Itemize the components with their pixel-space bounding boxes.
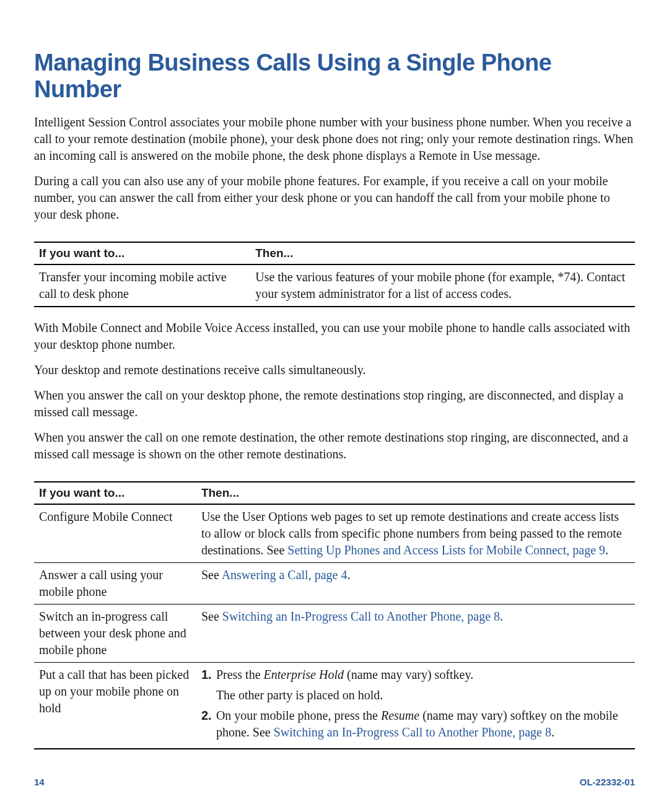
mobile-connect-table: If you want to... Then... Configure Mobi… (34, 481, 635, 749)
table-cell-action: Answer a call using your mobile phone (34, 563, 196, 605)
table-cell-action: Put a call that has been picked up on yo… (34, 663, 196, 749)
instruction-text-end: . (605, 543, 608, 557)
table-header-row: If you want to... Then... (34, 482, 635, 504)
document-id: OL-22332-01 (580, 777, 635, 787)
cross-reference-link[interactable]: Switching an In-Progress Call to Another… (222, 609, 500, 623)
step-body: On your mobile phone, press the Resume (… (216, 707, 630, 741)
step-text-end: (name may vary) softkey. (344, 668, 473, 681)
table-cell-action: Configure Mobile Connect (34, 504, 196, 563)
table-header-ifyouwantto: If you want to... (34, 242, 250, 264)
instruction-text-end: . (500, 609, 503, 623)
body-paragraph-4: Your desktop and remote destinations rec… (34, 362, 635, 378)
table-row: Configure Mobile Connect Use the User Op… (34, 504, 635, 563)
step-subtext: The other party is placed on hold. (216, 687, 630, 704)
step-text-end: . (551, 725, 554, 739)
table-cell-instruction: 1. Press the Enterprise Hold (name may v… (196, 663, 635, 749)
body-paragraph-6: When you answer the call on one remote d… (34, 429, 635, 463)
intro-paragraph-1: Intelligent Session Control associates y… (34, 114, 635, 164)
table-row: Answer a call using your mobile phone Se… (34, 563, 635, 605)
cross-reference-link[interactable]: Setting Up Phones and Access Lists for M… (287, 543, 605, 557)
cross-reference-link[interactable]: Answering a Call, page 4 (222, 568, 348, 582)
table-cell-instruction: Use the User Options web pages to set up… (196, 504, 635, 563)
table-header-ifyouwantto: If you want to... (34, 482, 196, 504)
table-cell-instruction: Use the various features of your mobile … (250, 264, 635, 307)
step-item: 1. Press the Enterprise Hold (name may v… (201, 666, 630, 704)
table-row: Put a call that has been picked up on yo… (34, 663, 635, 749)
step-number: 1. (201, 666, 216, 704)
table-cell-action: Switch an in-progress call between your … (34, 605, 196, 663)
softkey-name: Enterprise Hold (264, 668, 344, 681)
page-number: 14 (34, 777, 45, 787)
instruction-text: See (201, 609, 222, 623)
document-page: Managing Business Calls Using a Single P… (0, 0, 669, 812)
step-number: 2. (201, 707, 216, 741)
table-row: Switch an in-progress call between your … (34, 605, 635, 663)
intro-paragraph-2: During a call you can also use any of yo… (34, 173, 635, 223)
transfer-table: If you want to... Then... Transfer your … (34, 242, 635, 307)
step-text: Press the (216, 668, 264, 681)
table-row: Transfer your incoming mobile active cal… (34, 264, 635, 307)
table-header-then: Then... (250, 242, 635, 264)
table-header-then: Then... (196, 482, 635, 504)
table-cell-instruction: See Answering a Call, page 4. (196, 563, 635, 605)
step-text: On your mobile phone, press the (216, 709, 381, 722)
instruction-text: See (201, 568, 222, 582)
step-body: Press the Enterprise Hold (name may vary… (216, 666, 630, 704)
cross-reference-link[interactable]: Switching an In-Progress Call to Another… (274, 725, 551, 739)
step-list: 1. Press the Enterprise Hold (name may v… (201, 666, 630, 741)
softkey-name: Resume (381, 709, 419, 722)
table-cell-instruction: See Switching an In-Progress Call to Ano… (196, 605, 635, 663)
step-item: 2. On your mobile phone, press the Resum… (201, 707, 630, 741)
instruction-text-end: . (347, 568, 350, 582)
body-paragraph-5: When you answer the call on your desktop… (34, 387, 635, 421)
page-footer: 14 OL-22332-01 (34, 777, 635, 787)
table-cell-action: Transfer your incoming mobile active cal… (34, 264, 250, 307)
table-header-row: If you want to... Then... (34, 242, 635, 264)
page-title: Managing Business Calls Using a Single P… (34, 50, 635, 103)
body-paragraph-3: With Mobile Connect and Mobile Voice Acc… (34, 320, 635, 353)
